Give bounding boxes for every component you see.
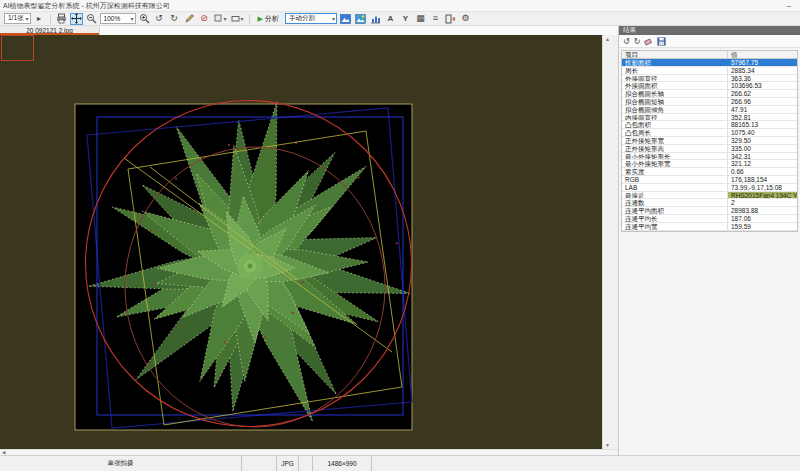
edit-button[interactable]	[183, 13, 196, 25]
table-row[interactable]: 凸包周长1075.40	[622, 129, 797, 137]
zoom-out-button[interactable]	[85, 13, 98, 25]
list-view-button[interactable]: ≡	[429, 13, 442, 25]
block-icon: ⊘	[200, 14, 208, 23]
measurement-label: 正外接矩形宽	[622, 137, 728, 144]
export-results-button[interactable]	[657, 32, 666, 50]
rotate-left-button[interactable]: ↺	[153, 13, 166, 25]
shape-icon	[231, 14, 241, 24]
annotation-text-button[interactable]: A	[384, 13, 397, 25]
list-icon: ≡	[433, 14, 438, 23]
measurement-value: 352.81	[728, 114, 797, 121]
table-row[interactable]: 拟合椭圆短轴266.96	[622, 98, 797, 106]
page-indicator-combo[interactable]: 1/1张 ▾	[4, 13, 31, 24]
table-row[interactable]: LAB73.99,-9.17,15.08	[622, 184, 797, 192]
shape-options-dropdown[interactable]: ▾	[230, 13, 245, 25]
image-icon	[340, 14, 351, 24]
column-header-value: 值	[728, 51, 797, 58]
chevron-down-icon: ▾	[26, 15, 29, 22]
tab-image-file[interactable]: 20 092121 2.jpg	[0, 26, 100, 35]
cancel-analysis-button[interactable]: ⊘	[198, 13, 211, 25]
measurement-label: 紧实度	[622, 168, 728, 175]
measurement-label: 连通平均面积	[622, 207, 728, 214]
chevron-down-icon: ▾	[332, 15, 335, 22]
analysis-mode-combo[interactable]: 手动分割 ▾	[285, 13, 337, 24]
pan-move-tool-button[interactable]	[70, 13, 83, 25]
measurement-label: 连通平均长	[622, 215, 728, 222]
measurement-label: 连通数	[622, 199, 728, 206]
branch-measure-button[interactable]: Y	[399, 13, 412, 25]
table-row[interactable]: 外接圆面积103696.53	[622, 82, 797, 90]
save-image-button[interactable]	[339, 13, 352, 25]
chevron-down-icon: ▾	[241, 15, 244, 22]
table-row[interactable]: RGB176,188,154	[622, 176, 797, 184]
results-toolbar: ↺ ↻	[619, 35, 800, 48]
toolbar-separator	[50, 14, 51, 24]
table-row[interactable]: 连通平均宽159.59	[622, 223, 797, 231]
measurement-value: 329.50	[728, 137, 797, 144]
table-row[interactable]: 连通数2	[622, 199, 797, 207]
measurement-value: 342.31	[728, 153, 797, 160]
analyzed-plant-image	[0, 35, 602, 449]
table-row[interactable]: 连通平均长187.06	[622, 215, 797, 223]
measurement-value: 88165.13	[728, 121, 797, 128]
table-row[interactable]: 凸包面积88165.13	[622, 121, 797, 129]
print-button[interactable]	[55, 13, 68, 25]
export-image-button[interactable]	[354, 13, 367, 25]
chevron-down-icon: ▾	[224, 15, 227, 22]
title-bar: AI植物表型鉴定分析系统 - 杭州万深检测科技有限公司 –	[0, 0, 800, 12]
measurement-value: 28983.88	[728, 207, 797, 214]
table-row[interactable]: 拟合椭圆长轴266.62	[622, 90, 797, 98]
measurement-label: RGB	[622, 176, 728, 183]
measurement-value: 0.66	[728, 168, 797, 175]
clear-results-button[interactable]	[644, 32, 653, 50]
next-image-button[interactable]: ▸	[33, 13, 46, 25]
results-table-header: 项目 值	[622, 51, 797, 59]
refresh-icon[interactable]: ↺	[623, 37, 630, 46]
minimize-button[interactable]: –	[778, 1, 800, 10]
chart-button[interactable]	[369, 13, 382, 25]
table-row[interactable]: 拟合椭圆倾角47.91	[622, 106, 797, 114]
exit-door-icon	[445, 14, 456, 24]
chevron-down-icon: ▾	[131, 15, 134, 22]
measurement-value: 2885.34	[728, 67, 797, 74]
layers-icon	[214, 14, 224, 24]
analyze-button[interactable]: ▶ 分析	[254, 13, 283, 25]
toolbar-separator	[249, 14, 250, 24]
measurement-value: 1075.40	[728, 129, 797, 136]
table-row[interactable]: 最小外接矩形长342.31	[622, 153, 797, 161]
layer-options-dropdown[interactable]: ▾	[213, 13, 228, 25]
measurement-value: 266.96	[728, 98, 797, 105]
table-row[interactable]: 最小外接矩形宽321.12	[622, 160, 797, 168]
grid-icon: ▦	[416, 14, 425, 23]
column-header-item: 项目	[622, 51, 728, 58]
measurement-value: 73.99,-9.17,15.08	[728, 184, 797, 191]
scroll-down-icon[interactable]: ▼	[605, 441, 610, 449]
settings-button[interactable]: ⚙	[459, 13, 472, 25]
table-row[interactable]: 正外接矩形高335.00	[622, 145, 797, 153]
measurement-value: 266.62	[728, 90, 797, 97]
scroll-up-icon[interactable]: ▲	[605, 35, 610, 43]
printer-icon	[56, 13, 67, 24]
results-panel-title: 结果	[623, 26, 636, 35]
rotate-right-button[interactable]: ↻	[168, 13, 181, 25]
data-grid-button[interactable]: ▦	[414, 13, 427, 25]
measurement-label: 最小外接矩形长	[622, 153, 728, 160]
zoom-in-button[interactable]	[138, 13, 151, 25]
redo-icon[interactable]: ↻	[634, 37, 641, 46]
exit-button[interactable]	[444, 13, 457, 25]
table-row[interactable]: 外接圆直径363.36	[622, 75, 797, 83]
table-row[interactable]: 最接近RHS2015Fan4 194C Yellow	[622, 192, 797, 200]
table-row[interactable]: 连通平均面积28983.88	[622, 207, 797, 215]
measurement-value: 103696.53	[728, 82, 797, 89]
table-row[interactable]: 紧实度0.66	[622, 168, 797, 176]
table-row[interactable]: 正外接矩形宽329.50	[622, 137, 797, 145]
image-workspace[interactable]	[0, 35, 602, 449]
table-row[interactable]: 周长2885.34	[622, 67, 797, 75]
table-row[interactable]: 投影面积57967.75	[622, 59, 797, 67]
play-icon: ▶	[258, 15, 263, 23]
navigator-thumbnail[interactable]	[1, 35, 34, 61]
table-row[interactable]: 内接圆直径352.81	[622, 114, 797, 122]
vertical-scrollbar[interactable]: ▲ ▼	[602, 35, 612, 449]
window-title: AI植物表型鉴定分析系统 - 杭州万深检测科技有限公司	[0, 1, 778, 11]
zoom-level-combo[interactable]: 100% ▾	[100, 13, 136, 24]
